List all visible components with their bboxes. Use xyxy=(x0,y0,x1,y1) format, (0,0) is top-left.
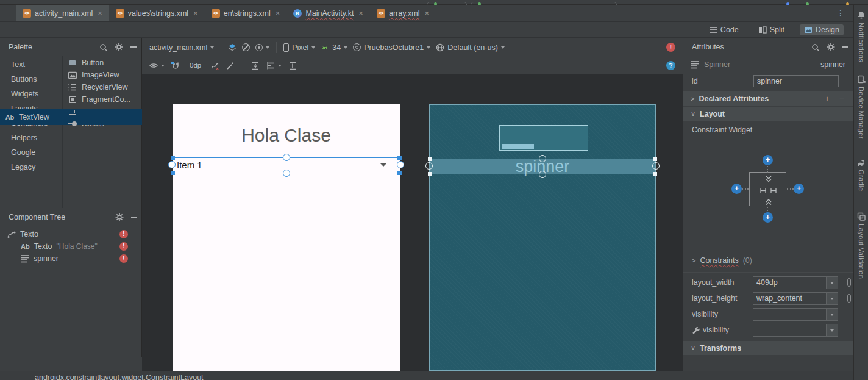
design-surface-phone[interactable]: Hola Clase Item 1 xyxy=(173,104,400,371)
horizontal-constraint-icon[interactable] xyxy=(760,188,766,193)
mode-code-button[interactable]: Code xyxy=(705,24,743,35)
palette-item-recyclerview[interactable]: RecyclerView xyxy=(63,81,142,93)
palette-category-legacy[interactable]: Legacy xyxy=(0,160,62,174)
constraint-anchor-left[interactable] xyxy=(168,161,176,168)
chevron-double-down-icon[interactable] xyxy=(765,176,772,182)
palette-category-google[interactable]: Google xyxy=(0,145,62,160)
tool-layout-validation[interactable]: Layout Validation xyxy=(854,212,868,279)
tree-row-spinner[interactable]: spinner ! xyxy=(0,253,142,265)
palette-item-imageview[interactable]: ImageView xyxy=(63,69,142,81)
add-top-constraint-button[interactable]: + xyxy=(763,155,773,165)
constraint-anchor-bottom[interactable] xyxy=(539,171,546,178)
tree-row-constraintlayout[interactable]: Texto ! xyxy=(0,228,142,240)
file-selector-dropdown[interactable]: activity_main.xml xyxy=(149,43,214,52)
resize-handle[interactable] xyxy=(653,172,657,176)
resize-handle[interactable] xyxy=(171,156,175,160)
palette-category-buttons[interactable]: Buttons xyxy=(0,72,62,87)
search-icon[interactable] xyxy=(99,43,107,51)
palette-item-button[interactable]: Button xyxy=(63,57,142,69)
add-bottom-constraint-button[interactable]: + xyxy=(763,212,773,223)
api-selector-dropdown[interactable]: 34 xyxy=(321,43,347,52)
constraint-anchor-bottom[interactable] xyxy=(283,170,290,177)
default-margin-control[interactable]: 0dp xyxy=(187,62,204,70)
tree-row-textview[interactable]: Ab Texto "Hola Clase" ! xyxy=(0,240,142,253)
blueprint-surface-phone[interactable]: spinner xyxy=(429,104,656,371)
minimize-icon[interactable] xyxy=(131,217,137,218)
layout-errors-icon[interactable]: ! xyxy=(666,43,675,52)
add-left-constraint-button[interactable]: + xyxy=(731,184,742,194)
add-attribute-button[interactable]: + xyxy=(825,94,830,104)
minimize-icon[interactable] xyxy=(842,46,848,48)
no-design-tools-icon[interactable] xyxy=(242,43,250,51)
horizontal-constraint-icon[interactable] xyxy=(770,188,777,193)
constraint-anchor-right[interactable] xyxy=(652,162,660,170)
constraint-anchor-left[interactable] xyxy=(425,162,433,170)
error-badge[interactable]: ! xyxy=(119,242,128,251)
transforms-section[interactable]: ∨ Transforms xyxy=(683,341,854,355)
dropdown-arrow-icon[interactable] xyxy=(826,277,838,289)
close-icon[interactable]: × xyxy=(193,9,198,18)
mode-split-button[interactable]: Split xyxy=(754,24,789,35)
remove-attribute-button[interactable]: − xyxy=(839,94,844,104)
tab-en-strings-xml[interactable]: <> en\strings.xml × xyxy=(205,5,287,21)
design-canvas[interactable]: Hola Clase Item 1 xyxy=(142,74,683,371)
view-mode-layers-dropdown[interactable] xyxy=(228,43,237,51)
resize-handle[interactable] xyxy=(171,171,175,175)
layout-height-combo[interactable]: wrap_content xyxy=(753,292,838,305)
mode-design-button[interactable]: Design xyxy=(800,24,844,35)
tool-notifications[interactable]: Notifications xyxy=(854,11,868,62)
palette-category-helpers[interactable]: Helpers xyxy=(0,131,62,145)
color-actions-dropdown[interactable] xyxy=(255,44,269,51)
locale-selector-dropdown[interactable]: Default (en-us) xyxy=(436,43,505,52)
resize-handle[interactable] xyxy=(428,172,432,176)
tool-gradle[interactable]: Gradle xyxy=(854,159,868,191)
dropdown-arrow-icon[interactable] xyxy=(826,309,838,320)
device-selector-dropdown[interactable]: Pixel xyxy=(283,43,315,52)
tab-array-xml[interactable]: <> array.xml × xyxy=(370,5,436,21)
dropdown-arrow-icon[interactable] xyxy=(826,324,838,336)
visibility-combo[interactable] xyxy=(753,308,838,321)
blueprint-textview[interactable] xyxy=(499,125,588,151)
pack-icon[interactable] xyxy=(251,62,260,70)
add-right-constraint-button[interactable]: + xyxy=(794,184,804,194)
constraint-anchor-top[interactable] xyxy=(283,154,290,161)
close-icon[interactable]: × xyxy=(358,9,363,18)
align-dropdown[interactable] xyxy=(266,62,282,70)
error-badge[interactable]: ! xyxy=(119,254,128,263)
declared-attributes-section[interactable]: > Declared Attributes + − xyxy=(683,91,854,106)
search-icon[interactable] xyxy=(811,43,819,51)
resize-handle[interactable] xyxy=(653,157,657,161)
tab-activity-main-xml[interactable]: <> activity_main.xml × xyxy=(16,5,109,21)
infer-constraints-icon[interactable] xyxy=(226,62,235,70)
gear-icon[interactable] xyxy=(115,213,124,221)
resize-handle[interactable] xyxy=(428,157,432,161)
palette-category-text[interactable]: Text xyxy=(0,57,62,72)
help-icon[interactable]: ? xyxy=(666,61,675,70)
tab-values-strings-xml[interactable]: <> values\strings.xml × xyxy=(109,5,205,21)
clear-constraints-icon[interactable] xyxy=(211,62,219,70)
close-icon[interactable]: × xyxy=(424,9,429,18)
view-options-dropdown[interactable] xyxy=(149,62,165,70)
layout-section[interactable]: ∨ Layout xyxy=(683,107,854,121)
resize-handle[interactable] xyxy=(397,156,402,160)
constraints-section[interactable]: > Constraints (0) xyxy=(692,256,752,265)
error-badge[interactable]: ! xyxy=(119,230,128,238)
constraint-anchor-right[interactable] xyxy=(397,161,404,168)
id-input[interactable] xyxy=(753,75,839,87)
preview-textview-hola-clase[interactable]: Hola Clase xyxy=(173,125,400,146)
more-options-icon[interactable]: ⋮ xyxy=(836,8,845,18)
palette-item-fragmentcontainer[interactable]: FragmentCo... xyxy=(63,93,142,106)
tab-mainactivity-kt[interactable]: K MainActivity.kt × xyxy=(286,5,370,21)
palette-category-widgets[interactable]: Widgets xyxy=(0,87,62,101)
chevron-double-up-icon[interactable] xyxy=(765,199,772,206)
layout-width-combo[interactable]: 409dp xyxy=(753,276,838,289)
expand-vertical-icon[interactable] xyxy=(288,62,297,70)
theme-selector-dropdown[interactable]: PruebasOctubre1 xyxy=(353,43,430,52)
dropdown-arrow-icon[interactable] xyxy=(826,293,838,304)
autoconnect-off-icon[interactable] xyxy=(171,62,180,70)
minimize-icon[interactable] xyxy=(130,46,137,48)
close-icon[interactable]: × xyxy=(276,9,280,18)
gear-icon[interactable] xyxy=(827,43,835,51)
gear-icon[interactable] xyxy=(115,43,123,51)
tool-device-manager[interactable]: Device Manager xyxy=(854,75,868,139)
